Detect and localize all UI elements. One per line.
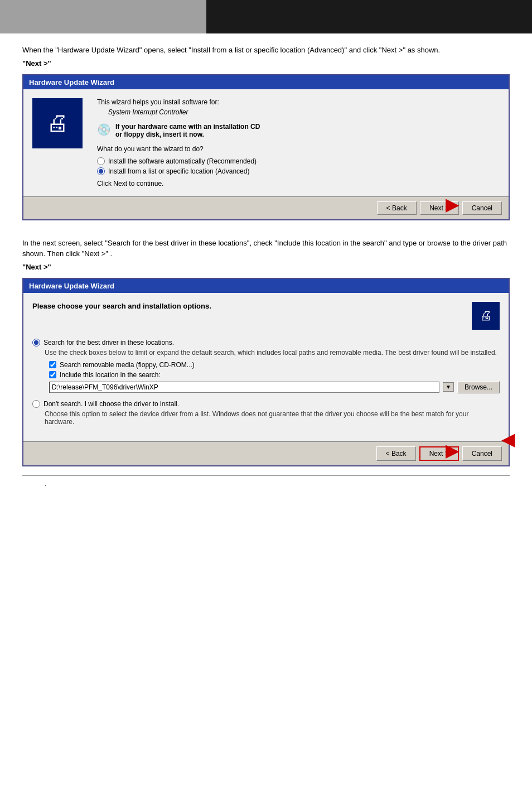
instruction-1a: When the "Hardware Update Wizard" opens,… — [22, 46, 377, 54]
step-label-2: "Next >" — [22, 263, 510, 271]
header-left — [0, 0, 206, 33]
footer-divider — [22, 475, 510, 476]
wizard2-section-title: Please choose your search and installati… — [32, 302, 211, 310]
wizard1-option2-radio[interactable] — [97, 167, 105, 175]
step-label-2-text: "Next >" — [22, 263, 51, 271]
wizard2-search-section: Search for the best driver in these loca… — [32, 339, 500, 393]
cd-notice: 💿 If your hardware came with an installa… — [97, 123, 500, 138]
wizard2-next-btn[interactable]: Next > — [419, 446, 459, 461]
step-label-1-text: "Next >" — [22, 59, 51, 68]
instruction-1b: Next > — [381, 46, 403, 54]
wizard2-path-dropdown-arrow[interactable]: ▼ — [443, 382, 454, 392]
wizard2-dontsearch-radio[interactable] — [32, 400, 40, 408]
wizard1-device: System Interrupt Controller — [108, 108, 500, 116]
wizard2-titlebar: Hardware Update Wizard — [23, 279, 509, 293]
wizard1-intro: This wizard helps you install software f… — [97, 98, 500, 106]
wizard1-option1-label: Install the software automatically (Reco… — [108, 157, 257, 165]
wizard2-body: Please choose your search and installati… — [23, 293, 509, 441]
wizard2-search-label: Search for the best driver in these loca… — [43, 339, 174, 346]
header-banner — [0, 0, 532, 33]
wizard2-back-btn[interactable]: < Back — [376, 446, 416, 461]
wizard2-cancel-btn[interactable]: Cancel — [462, 446, 502, 461]
wizard2-title: Hardware Update Wizard — [29, 282, 114, 290]
wizard2-section-header: Please choose your search and installati… — [32, 302, 500, 330]
wizard1-footer: < Back Next > Cancel — [23, 196, 509, 219]
wizard2-check1[interactable] — [49, 361, 56, 368]
wizard2-check2[interactable] — [49, 371, 56, 378]
instruction-1c: as shown. — [408, 46, 441, 54]
wizard2-path-row: ▼ Browse... — [49, 381, 500, 393]
wizard2-check1-row: Search removable media (floppy, CD-ROM..… — [49, 361, 500, 369]
wizard1-icon-panel — [32, 98, 88, 187]
wizard1-option1-radio[interactable] — [97, 157, 105, 165]
wizard2-dontsearch-radio-row: Don't search. I will choose the driver t… — [32, 400, 500, 408]
cd-notice-line1: If your hardware came with an installati… — [115, 123, 260, 131]
wizard1-cancel-btn[interactable]: Cancel — [462, 201, 502, 215]
cd-icon: 💿 — [97, 123, 111, 136]
wizard2-search-radio-row: Search for the best driver in these loca… — [32, 339, 500, 346]
wizard1-click-next: Click Next to continue. — [97, 180, 500, 187]
cd-notice-line2: or floppy disk, insert it now. — [115, 131, 204, 138]
wizard2-path-input[interactable] — [49, 382, 439, 393]
wizard1-wrapper: Hardware Update Wizard This wizard helps… — [22, 74, 510, 220]
wizard1-option2-label: Install from a list or specific location… — [108, 167, 249, 175]
instruction-2b: Next > — [84, 249, 105, 258]
instruction-text-2: In the next screen, select "Search for t… — [22, 238, 510, 259]
wizard2-search-radio[interactable] — [32, 339, 40, 346]
wizard1-back-btn[interactable]: < Back — [377, 201, 417, 215]
wizard2-icon — [472, 302, 500, 330]
wizard2-wrapper: Hardware Update Wizard Please choose you… — [22, 278, 510, 466]
wizard2-dontsearch-desc: Choose this option to select the device … — [45, 410, 500, 426]
wizard1-body: This wizard helps you install software f… — [23, 89, 509, 196]
wizard1-content: This wizard helps you install software f… — [97, 98, 500, 187]
footer-note: . — [22, 478, 510, 489]
wizard1-icon — [32, 98, 83, 148]
wizard2-check1-label: Search removable media (floppy, CD-ROM..… — [60, 361, 195, 369]
header-right — [206, 0, 532, 33]
wizard2-dontsearch-section: Don't search. I will choose the driver t… — [32, 400, 500, 426]
wizard1-title: Hardware Update Wizard — [29, 78, 114, 86]
wizard2-check2-row: Include this location in the search: — [49, 371, 500, 379]
wizard2-dialog: Hardware Update Wizard Please choose you… — [22, 278, 510, 466]
wizard1-dialog: Hardware Update Wizard This wizard helps… — [22, 74, 510, 220]
wizard1-titlebar: Hardware Update Wizard — [23, 75, 509, 89]
wizard2-check2-label: Include this location in the search: — [60, 371, 161, 379]
wizard2-footer: < Back Next > Cancel — [23, 441, 509, 465]
instruction-text-1: When the "Hardware Update Wizard" opens,… — [22, 45, 510, 56]
wizard1-option2-row: Install from a list or specific location… — [97, 167, 500, 175]
step-label-1: "Next >" — [22, 59, 510, 68]
wizard2-browse-btn[interactable]: Browse... — [457, 381, 500, 393]
wizard1-question: What do you want the wizard to do? — [97, 145, 500, 153]
instruction-2c: . — [110, 249, 113, 258]
wizard2-search-desc: Use the check boxes below to limit or ex… — [45, 349, 500, 357]
cd-notice-text: If your hardware came with an installati… — [115, 123, 260, 138]
wizard1-next-btn[interactable]: Next > — [420, 201, 459, 215]
wizard2-dontsearch-label: Don't search. I will choose the driver t… — [43, 400, 179, 408]
wizard1-option1-row: Install the software automatically (Reco… — [97, 157, 500, 165]
